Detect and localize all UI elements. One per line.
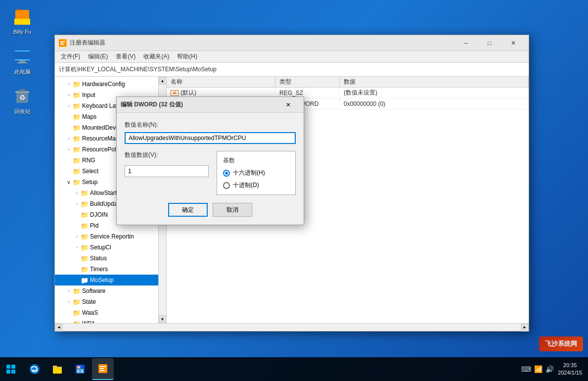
expand-icon [73, 254, 81, 262]
dialog-close-button[interactable]: ✕ [277, 97, 300, 113]
tree-item-status[interactable]: 📁 Status [55, 253, 158, 264]
clock[interactable]: 20:35 2024/1/15 [558, 362, 582, 377]
radio-dec[interactable]: 十进制(D) [223, 181, 289, 190]
tree-item-timers[interactable]: 📁 Timers [55, 264, 158, 275]
menu-edit[interactable]: 编辑(E) [84, 51, 112, 62]
value-data-input[interactable] [125, 165, 209, 177]
tree-item-hardwareconfig[interactable]: › 📁 HardwareConfig [55, 79, 158, 90]
scroll-left-arrow[interactable]: ◄ [55, 324, 63, 332]
desktop-icon-recycle[interactable]: ♻ 回收站 [5, 84, 40, 117]
folder-icon: 📁 [73, 124, 81, 132]
taskbar-regedit[interactable] [92, 358, 114, 380]
tree-item-setupcl[interactable]: › 📁 SetupCl [55, 242, 158, 253]
value-data-section: 数值数据(V): [125, 151, 209, 195]
window-controls: ─ □ ✕ [454, 35, 525, 51]
network-icon: 📶 [534, 365, 543, 373]
expand-icon [73, 211, 81, 219]
expand-icon [65, 167, 73, 175]
taskbar-explorer[interactable] [46, 358, 68, 380]
folder-icon: 📁 [81, 211, 89, 219]
svg-rect-1 [14, 19, 30, 25]
folder-icon: 📁 [73, 113, 81, 121]
tree-label: AllowStart [90, 190, 117, 196]
start-button[interactable] [0, 358, 22, 380]
values-header: 名称 类型 数据 [167, 77, 529, 88]
folder-icon: 📁 [73, 287, 81, 295]
taskbar-edge[interactable] [24, 358, 45, 380]
folder-icon: 📁 [73, 298, 81, 306]
desktop-icon-user[interactable]: Billy Fu [5, 5, 40, 37]
svg-rect-19 [6, 365, 10, 369]
value-name-label: 数值名称(N): [125, 121, 296, 129]
svg-rect-12 [60, 41, 65, 42]
folder-icon: 📁 [73, 80, 81, 88]
scroll-down-arrow[interactable]: ▼ [159, 315, 167, 323]
dialog-row: 数值数据(V): 基数 十六进制(H) [125, 151, 296, 195]
tree-item-state[interactable]: › 📁 State [55, 296, 158, 307]
tree-label: SetupCl [90, 244, 111, 251]
svg-rect-0 [15, 10, 29, 20]
menubar: 文件(F) 编辑(E) 查看(V) 收藏夹(A) 帮助(H) [55, 51, 529, 63]
folder-icon: 📁 [81, 243, 89, 251]
menu-help[interactable]: 帮助(H) [173, 51, 201, 62]
tree-label: HardwareConfig [82, 81, 125, 88]
col-header-name: 名称 [167, 77, 275, 88]
expand-icon: ∨ [65, 178, 73, 186]
svg-rect-21 [6, 370, 10, 374]
svg-rect-9 [19, 89, 25, 92]
tree-label: Input [82, 92, 95, 98]
dialog-footer: 确定 取消 [125, 203, 296, 217]
folder-icon: 📁 [81, 254, 89, 262]
taskbar-items: 🏪 [22, 358, 521, 380]
dialog-titlebar: 编辑 DWORD (32 位值) ✕ [117, 97, 304, 113]
window-titlebar[interactable]: 注册表编辑器 ─ □ ✕ [55, 35, 529, 51]
taskbar-store[interactable]: 🏪 [69, 358, 91, 380]
radio-dec-circle [223, 182, 230, 189]
scroll-up-arrow[interactable]: ▲ [159, 77, 167, 85]
volume-icon: 🔊 [545, 365, 554, 373]
svg-rect-5 [19, 60, 25, 62]
base-section: 基数 十六进制(H) 十进制(D) [217, 151, 296, 195]
tree-label: Select [82, 168, 98, 175]
tree-label: Setup [82, 179, 97, 186]
tree-item-mosetup[interactable]: 📁 MoSetup [55, 275, 158, 286]
svg-rect-2 [17, 9, 19, 11]
menu-favorites[interactable]: 收藏夹(A) [139, 51, 173, 62]
tree-item-wpa[interactable]: 📁 WPA [55, 318, 158, 323]
user-icon [12, 7, 32, 27]
user-label: Billy Fu [13, 29, 31, 35]
maximize-button[interactable]: □ [478, 35, 501, 51]
expand-icon: › [65, 145, 73, 153]
tree-item-waas[interactable]: 📁 WaaS [55, 307, 158, 318]
thispc-icon [12, 47, 32, 66]
close-button[interactable]: ✕ [502, 35, 525, 51]
folder-icon: 📁 [73, 167, 81, 175]
folder-icon: 📁 [81, 222, 89, 230]
window-title: 注册表编辑器 [70, 39, 454, 47]
tree-item-software[interactable]: › 📁 Software [55, 286, 158, 296]
radio-hex[interactable]: 十六进制(H) [223, 169, 289, 177]
dialog-body: 数值名称(N): 数值数据(V): 基数 十六进制(H) [117, 113, 304, 225]
tree-label: RNG [82, 157, 95, 164]
ok-button[interactable]: 确定 [168, 203, 208, 217]
folder-icon: 📁 [81, 233, 89, 240]
tree-item-servicereport[interactable]: › 📁 Service Reportin [55, 231, 158, 242]
menu-file[interactable]: 文件(F) [57, 51, 84, 62]
folder-icon: 📁 [73, 91, 81, 99]
scroll-right-arrow[interactable]: ► [521, 324, 529, 332]
expand-icon: › [65, 135, 73, 143]
menu-view[interactable]: 查看(V) [112, 51, 139, 62]
desktop-icon-thispc[interactable]: 此电脑 [5, 45, 40, 78]
radio-dec-label: 十进制(D) [233, 181, 259, 190]
folder-icon: 📁 [73, 156, 81, 164]
radio-hex-label: 十六进制(H) [233, 169, 265, 177]
svg-rect-14 [60, 44, 64, 45]
bottom-scrollbar[interactable]: ◄ ► [55, 323, 529, 331]
expand-icon [73, 265, 81, 273]
minimize-button[interactable]: ─ [454, 35, 477, 51]
value-name-input[interactable] [125, 132, 296, 144]
svg-rect-4 [14, 51, 30, 59]
taskbar-right: ⌨ 📶 🔊 20:35 2024/1/15 [521, 362, 588, 377]
svg-text:♻: ♻ [19, 94, 26, 101]
cancel-button[interactable]: 取消 [213, 203, 252, 217]
